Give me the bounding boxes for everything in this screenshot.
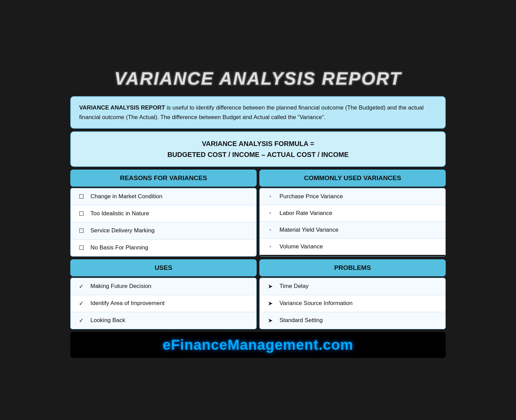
title-section: VARIANCE ANALYSIS REPORT <box>70 62 446 93</box>
uses-items: ✓Making Future Decision✓Identify Area of… <box>70 278 257 329</box>
item-icon: ➤ <box>267 317 274 324</box>
bottom-two-col: USES ✓Making Future Decision✓Identify Ar… <box>70 259 446 329</box>
problems-items: ➤Time Delay➤Variance Source Information➤… <box>259 278 446 329</box>
list-item: ➤Standard Setting <box>260 312 445 329</box>
item-text: No Basis For Planning <box>90 244 148 251</box>
item-icon: ◦ <box>267 227 274 233</box>
item-text: Standard Setting <box>280 317 323 324</box>
list-item: ✓Looking Back <box>71 312 256 329</box>
list-item: ✓Making Future Decision <box>71 278 256 295</box>
description-box: VARIANCE ANALYSIS REPORT is useful to id… <box>70 96 446 128</box>
uses-header: USES <box>70 259 257 276</box>
list-item: ➤Time Delay <box>260 278 445 295</box>
item-text: Too Idealistic in Nature <box>90 210 149 217</box>
list-item: ✓Identify Area of Improvement <box>71 295 256 312</box>
list-item: ☐No Basis For Planning <box>71 240 256 256</box>
list-item: ☐Too Idealistic in Nature <box>71 205 256 222</box>
description-bold: VARIANCE ANALYSIS REPORT <box>79 104 165 111</box>
list-item: ◦Volume Variance <box>260 238 445 255</box>
uses-col: USES ✓Making Future Decision✓Identify Ar… <box>70 259 257 329</box>
item-icon: ◦ <box>267 193 274 200</box>
item-text: Making Future Decision <box>90 283 152 290</box>
list-item: ◦Labor Rate Variance <box>260 205 445 222</box>
top-two-col: REASONS FOR VARIANCES ☐Change in Market … <box>70 170 446 257</box>
problems-col: PROBLEMS ➤Time Delay➤Variance Source Inf… <box>259 259 446 329</box>
main-title: VARIANCE ANALYSIS REPORT <box>74 68 442 89</box>
item-text: Material Yield Variance <box>280 227 339 233</box>
item-icon: ✓ <box>77 300 85 307</box>
common-variances-col: COMMONLY USED VARIANCES ◦Purchase Price … <box>259 170 446 257</box>
item-icon: ➤ <box>267 283 274 290</box>
item-text: Time Delay <box>280 283 309 290</box>
item-icon: ◦ <box>267 243 274 250</box>
reasons-header: REASONS FOR VARIANCES <box>70 170 257 187</box>
main-container: VARIANCE ANALYSIS REPORT VARIANCE ANALYS… <box>70 62 446 358</box>
list-item: ◦Material Yield Variance <box>260 222 445 238</box>
item-icon: ◦ <box>267 210 274 217</box>
list-item: ◦Purchase Price Variance <box>260 188 445 205</box>
item-text: Volume Variance <box>280 243 323 250</box>
item-text: Labor Rate Variance <box>280 210 332 217</box>
item-icon: ☐ <box>77 210 85 217</box>
item-text: Service Delivery Marking <box>90 227 155 234</box>
item-icon: ☐ <box>77 244 85 251</box>
list-item: ☐Service Delivery Marking <box>71 222 256 240</box>
item-icon: ✓ <box>77 283 85 290</box>
formula-line1: VARIANCE ANALYSIS FORMULA = <box>79 138 437 149</box>
item-icon: ➤ <box>267 300 274 307</box>
item-text: Looking Back <box>90 317 125 324</box>
problems-header: PROBLEMS <box>259 259 446 276</box>
footer-text: eFinanceManagement.com <box>163 337 354 353</box>
item-icon: ☐ <box>77 193 85 200</box>
item-icon: ☐ <box>77 227 85 234</box>
list-item: ➤Variance Source Information <box>260 295 445 312</box>
item-text: Variance Source Information <box>280 300 353 307</box>
item-text: Identify Area of Improvement <box>90 300 164 307</box>
common-variances-header: COMMONLY USED VARIANCES <box>259 170 446 187</box>
formula-line2: BUDGETED COST / INCOME – ACTUAL COST / I… <box>79 149 437 160</box>
footer: eFinanceManagement.com <box>70 332 446 358</box>
item-text: Change in Market Condition <box>90 193 162 200</box>
reasons-col: REASONS FOR VARIANCES ☐Change in Market … <box>70 170 257 257</box>
reasons-items: ☐Change in Market Condition☐Too Idealist… <box>70 188 257 257</box>
item-icon: ✓ <box>77 317 85 324</box>
item-text: Purchase Price Variance <box>280 193 343 200</box>
list-item: ☐Change in Market Condition <box>71 188 256 205</box>
formula-box: VARIANCE ANALYSIS FORMULA = BUDGETED COS… <box>70 131 446 167</box>
common-variances-items: ◦Purchase Price Variance◦Labor Rate Vari… <box>259 188 446 257</box>
